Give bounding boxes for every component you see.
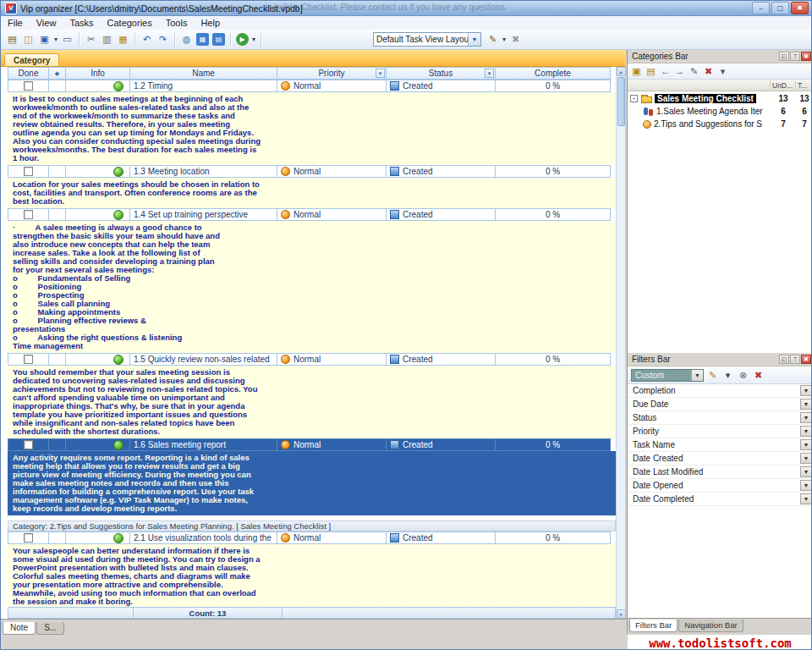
task-status-cell[interactable]: Created: [386, 438, 496, 451]
tab-s-[interactable]: S...: [36, 622, 64, 635]
open-folder-icon[interactable]: ◫: [20, 31, 36, 47]
move-right-icon[interactable]: →: [673, 65, 686, 78]
categories-bar-header[interactable]: Categories Bar ◱ ⊤ ✖: [628, 50, 812, 63]
tab-note[interactable]: Note: [3, 622, 36, 635]
cut-icon[interactable]: ✂: [83, 31, 99, 47]
titlebar[interactable]: V Vip organizer [C:\Users\dmitry\Documen…: [1, 1, 811, 16]
filter-row[interactable]: Date Opened▼: [628, 479, 812, 493]
tree-col-total[interactable]: T...: [796, 81, 812, 90]
checkbox[interactable]: [24, 210, 33, 219]
filter-dropdown-button[interactable]: ▼: [800, 399, 812, 410]
panel-position-icon[interactable]: ◱: [779, 52, 789, 61]
filter-dropdown-button[interactable]: ▼: [800, 385, 812, 396]
scroll-thumb[interactable]: [617, 77, 625, 126]
maximize-button[interactable]: ▢: [771, 2, 789, 14]
redo-icon[interactable]: ↷: [155, 31, 171, 47]
task-name-cell[interactable]: 1.5 Quickly review non-sales related: [129, 353, 277, 366]
filter-edit-icon[interactable]: ✎: [706, 369, 719, 382]
task-row[interactable]: 1.6 Sales meeting reportNormalCreated0 %: [8, 438, 616, 451]
scroll-up-icon[interactable]: ▲: [617, 67, 626, 76]
chevron-down-icon[interactable]: ▾: [250, 36, 257, 43]
column-filter-button[interactable]: ▼: [376, 69, 385, 78]
task-priority-cell[interactable]: Normal: [277, 438, 387, 451]
task-status-cell[interactable]: Created: [386, 80, 496, 92]
new-category-icon[interactable]: ▣: [630, 65, 643, 78]
filter-row[interactable]: Priority▼: [628, 425, 812, 438]
tab-filters-bar[interactable]: Filters Bar: [629, 620, 678, 632]
internet-icon[interactable]: ◍: [178, 31, 195, 47]
task-done-cell[interactable]: [8, 208, 49, 221]
task-name-cell[interactable]: 1.6 Sales meeting report: [129, 438, 277, 451]
tree-col-undone[interactable]: UnD...: [771, 81, 796, 90]
task-done-cell[interactable]: [8, 80, 49, 92]
menu-view[interactable]: View: [30, 17, 63, 29]
task-row[interactable]: 1.3 Meeting locationNormalCreated0 %: [8, 165, 616, 178]
grid-col-complete[interactable]: Complete: [495, 67, 611, 80]
task-priority-cell[interactable]: Normal: [277, 80, 387, 92]
task-status-cell[interactable]: Created: [386, 532, 496, 544]
menu-categories[interactable]: Categories: [101, 17, 159, 29]
checkbox[interactable]: [24, 533, 33, 543]
delete-layout-icon[interactable]: ✖: [508, 31, 524, 47]
new-subcategory-icon[interactable]: ▤: [645, 65, 657, 78]
save-icon[interactable]: ▣: [36, 31, 52, 47]
filter-row[interactable]: Completion▼: [628, 384, 812, 398]
task-row[interactable]: 2.1 Use visualization tools during theNo…: [8, 532, 616, 544]
checkbox[interactable]: [24, 355, 33, 364]
task-status-cell[interactable]: Created: [386, 208, 496, 221]
grid-col-done[interactable]: Done: [8, 67, 49, 80]
grid-col-info[interactable]: Info: [65, 67, 130, 80]
task-status-cell[interactable]: Created: [386, 353, 496, 366]
clear-filter-icon[interactable]: ⊗: [737, 369, 749, 382]
filter-row[interactable]: Date Last Modified▼: [628, 465, 812, 479]
chevron-down-icon[interactable]: ▼: [691, 370, 703, 381]
paste-icon[interactable]: ▦: [115, 31, 131, 47]
close-button[interactable]: ✖: [791, 2, 809, 14]
edit-category-icon[interactable]: ✎: [688, 65, 700, 78]
grid-col-priority[interactable]: Priority▼: [277, 67, 387, 80]
task-done-cell[interactable]: [8, 532, 49, 544]
filter-dropdown-button[interactable]: ▼: [800, 480, 812, 491]
chevron-down-icon[interactable]: ▾: [501, 36, 508, 43]
filter-row[interactable]: Due Date▼: [628, 398, 812, 411]
new-document-icon[interactable]: ▤: [4, 31, 20, 47]
checkbox[interactable]: [24, 440, 33, 449]
filter-dropdown-button[interactable]: ▼: [800, 426, 812, 437]
grid-col-status[interactable]: Status▼: [386, 67, 496, 80]
scroll-down-icon[interactable]: ▼: [617, 609, 626, 619]
task-priority-cell[interactable]: Normal: [277, 532, 387, 544]
delete-filter-icon[interactable]: ✖: [752, 369, 765, 382]
table-view-icon[interactable]: ▦: [195, 31, 211, 47]
undo-icon[interactable]: ↶: [139, 31, 155, 47]
task-name-cell[interactable]: 1.3 Meeting location: [129, 165, 277, 178]
notes-view-icon[interactable]: ▤: [211, 31, 227, 47]
filter-dropdown-button[interactable]: ▼: [800, 466, 812, 477]
panel-close-icon[interactable]: ✖: [801, 355, 811, 364]
pin-icon[interactable]: ⊤: [790, 52, 800, 61]
checkbox[interactable]: [24, 167, 33, 176]
print-icon[interactable]: ▭: [59, 31, 75, 47]
filter-dropdown-button[interactable]: ▼: [800, 412, 812, 423]
task-priority-cell[interactable]: Normal: [277, 208, 387, 221]
task-name-cell[interactable]: 1.4 Set up training perspective: [129, 208, 277, 221]
filter-row[interactable]: Date Created▼: [628, 452, 812, 465]
filter-dropdown-button[interactable]: ▼: [800, 493, 812, 504]
chevron-down-icon[interactable]: ▾: [468, 33, 480, 46]
filter-dropdown-button[interactable]: ▼: [800, 439, 812, 450]
task-done-cell[interactable]: [8, 353, 49, 366]
panel-position-icon[interactable]: ◱: [779, 355, 789, 364]
chevron-down-icon[interactable]: ▾: [52, 36, 59, 43]
menu-tools[interactable]: Tools: [159, 17, 195, 29]
tab-navigation-bar[interactable]: Navigation Bar: [678, 620, 743, 632]
minimize-button[interactable]: –: [752, 2, 770, 14]
edit-layout-icon[interactable]: ✎: [485, 31, 501, 47]
task-priority-cell[interactable]: Normal: [277, 353, 387, 366]
vertical-scrollbar[interactable]: ▲ ▼: [616, 67, 625, 619]
tree-expander-icon[interactable]: -: [630, 95, 638, 102]
move-left-icon[interactable]: ←: [659, 65, 672, 78]
category-group-tab[interactable]: Category: [4, 53, 59, 66]
run-task-icon[interactable]: ▶: [234, 31, 250, 47]
checkbox[interactable]: [24, 81, 33, 91]
menu-help[interactable]: Help: [194, 17, 227, 29]
chevron-down-icon[interactable]: ▾: [721, 369, 734, 382]
